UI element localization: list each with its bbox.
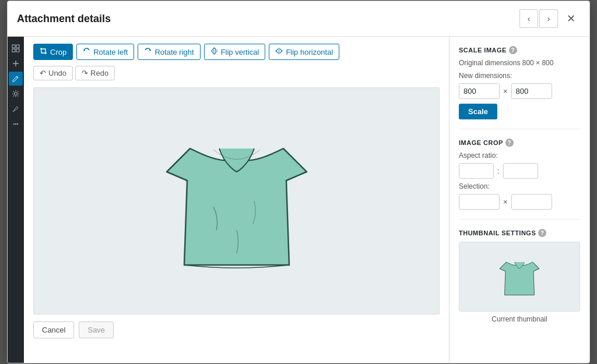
svg-point-9 [15,123,16,125]
undo-button[interactable]: ↶ Undo [33,66,73,80]
thumbnail-help-icon[interactable]: ? [538,229,546,237]
rotate-right-icon [144,47,152,56]
aspect-height-input[interactable] [503,163,538,179]
width-input[interactable] [459,83,500,99]
modal-header: Attachment details ‹ › ✕ [8,1,589,37]
sidebar-icon-settings[interactable] [9,87,23,101]
flip-vertical-label: Flip vertical [221,48,259,56]
svg-point-8 [13,123,15,125]
prev-button[interactable]: ‹ [519,9,538,28]
sidebar-icon-more[interactable] [9,117,23,131]
rotate-left-icon [83,47,90,56]
thumbnail-settings-title: THUMBNAIL SETTINGS ? [459,229,580,237]
rotate-right-label: Rotate right [154,48,194,56]
aspect-colon: : [497,167,500,175]
right-panel: SCALE IMAGE ? Original dimensions 800 × … [449,37,589,363]
image-crop-section: IMAGE CROP ? Aspect ratio: : Selection: … [459,139,580,220]
flip-horizontal-icon [275,47,283,56]
svg-rect-1 [16,45,19,48]
cancel-button[interactable]: Cancel [33,321,74,338]
scale-help-icon[interactable]: ? [509,46,517,54]
tshirt-preview [126,93,347,309]
scale-image-section: SCALE IMAGE ? Original dimensions 800 × … [459,46,580,129]
modal-body: Crop Rotate left [8,37,589,363]
left-sidebar [8,37,24,363]
rotate-right-button[interactable]: Rotate right [138,44,200,60]
save-button: Save [79,321,114,338]
image-canvas [33,87,440,314]
dim-x-separator: × [503,87,508,96]
redo-button[interactable]: ↷ Redo [75,66,115,80]
undo-label: Undo [48,69,66,77]
rotate-left-button[interactable]: Rotate left [76,44,134,60]
redo-icon: ↷ [82,69,88,77]
modal-navigation: ‹ › ✕ [519,9,580,28]
current-thumbnail-label: Current thumbnail [459,315,580,323]
modal-title: Attachment details [17,13,111,25]
aspect-ratio-row: : [459,163,580,179]
sidebar-icon-edit[interactable] [9,72,23,86]
sidebar-icon-add[interactable] [9,56,23,70]
thumbnail-preview-box [459,242,580,312]
scale-button[interactable]: Scale [459,104,497,119]
original-dims: Original dimensions 800 × 800 [459,59,580,67]
height-input[interactable] [511,83,552,99]
dimensions-row: × [459,83,580,99]
selection-row: × [459,194,580,210]
undo-redo-bar: ↶ Undo ↷ Redo [33,66,440,80]
svg-rect-2 [12,49,15,52]
thumbnail-settings-section: THUMBNAIL SETTINGS ? Current thumbnail [459,229,580,333]
edit-area: Crop Rotate left [24,37,449,363]
selection-label: Selection: [459,182,580,190]
crop-icon [40,47,47,56]
crop-label: Crop [50,48,66,56]
close-button[interactable]: ✕ [561,9,580,28]
crop-help-icon[interactable]: ? [505,139,514,147]
scale-image-title: SCALE IMAGE ? [459,46,580,54]
svg-rect-0 [12,45,15,48]
next-button[interactable]: › [539,9,558,28]
selection-height-input[interactable] [511,194,552,210]
aspect-width-input[interactable] [459,163,494,179]
sidebar-icon-tools[interactable] [9,102,23,116]
redo-label: Redo [90,69,108,77]
image-crop-title: IMAGE CROP ? [459,139,580,147]
sidebar-icon-library[interactable] [9,41,23,55]
svg-rect-3 [16,49,19,52]
selection-width-input[interactable] [459,194,500,210]
thumbnail-tshirt-svg [496,252,543,302]
tshirt-svg [155,114,318,288]
rotate-left-label: Rotate left [93,48,128,56]
toolbar: Crop Rotate left [33,44,440,60]
svg-point-7 [15,93,17,96]
aspect-ratio-label: Aspect ratio: [459,151,580,160]
undo-icon: ↶ [40,69,46,77]
flip-horizontal-label: Flip horizontal [286,48,333,56]
flip-vertical-button[interactable]: Flip vertical [204,44,266,60]
flip-horizontal-button[interactable]: Flip horizontal [269,44,339,60]
edit-footer: Cancel Save [33,321,440,338]
svg-point-10 [17,123,18,125]
crop-button[interactable]: Crop [33,44,73,60]
new-dims-label: New dimensions: [459,72,580,80]
flip-vertical-icon [210,47,218,56]
selection-x-separator: × [503,197,508,206]
modal: Attachment details ‹ › ✕ [7,1,590,363]
